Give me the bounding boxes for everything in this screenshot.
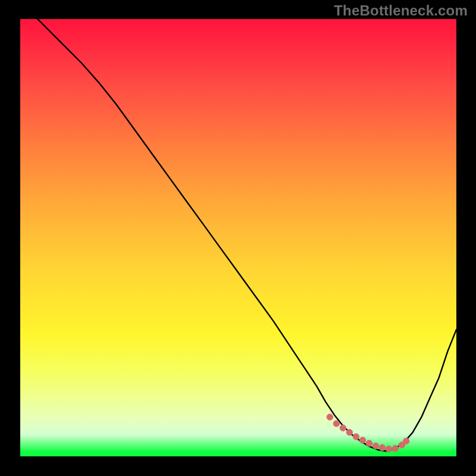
marker-dots: [327, 414, 409, 452]
marker-dot: [366, 440, 372, 446]
marker-dot: [372, 443, 378, 449]
chart-frame: TheBottleneck.com: [0, 0, 476, 476]
plot-area: [20, 19, 456, 456]
curve-line: [37, 19, 456, 451]
bottleneck-curve: [20, 19, 456, 456]
marker-dot: [403, 438, 409, 444]
marker-dot: [392, 446, 398, 452]
marker-dot: [340, 425, 346, 431]
marker-dot: [327, 414, 333, 420]
watermark-text: TheBottleneck.com: [334, 2, 468, 19]
marker-dot: [379, 444, 385, 450]
marker-dot: [359, 437, 365, 443]
marker-dot: [353, 434, 359, 440]
marker-dot: [346, 429, 352, 435]
marker-dot: [333, 421, 339, 427]
marker-dot: [386, 446, 392, 452]
